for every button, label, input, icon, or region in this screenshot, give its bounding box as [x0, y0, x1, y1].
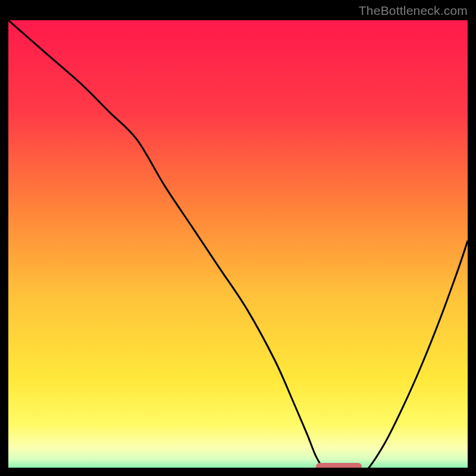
watermark-text: TheBottleneck.com [359, 4, 468, 18]
bottleneck-curve [8, 20, 468, 468]
plot-area [8, 20, 468, 468]
chart-frame [6, 18, 470, 470]
sweet-spot-marker [316, 463, 362, 468]
